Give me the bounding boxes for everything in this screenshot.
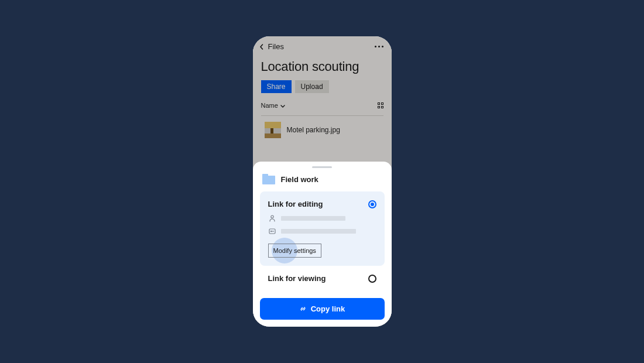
folder-icon (262, 174, 275, 184)
upload-button[interactable]: Upload (295, 80, 329, 93)
svg-point-0 (270, 215, 273, 218)
chevron-left-icon (259, 43, 265, 50)
share-sheet: Field work Link for editing (253, 162, 392, 327)
sheet-header: Field work (260, 174, 385, 191)
more-icon[interactable] (375, 46, 383, 47)
copy-link-label: Copy link (311, 304, 345, 313)
radio-unselected-icon (368, 275, 376, 283)
copy-link-button[interactable]: Copy link (260, 298, 385, 320)
link-icon (299, 305, 307, 313)
placeholder-line (281, 229, 356, 234)
sort-row: Name (253, 100, 392, 115)
action-row: Share Upload (253, 80, 392, 100)
svg-point-2 (270, 231, 272, 232)
file-row[interactable]: Motel parking.jpg (253, 116, 392, 138)
link-editing-title: Link for editing (268, 200, 323, 208)
sheet-folder-name: Field work (281, 175, 318, 184)
placeholder-line (281, 216, 345, 221)
chevron-down-icon (280, 100, 285, 111)
page-title: Location scouting (253, 54, 392, 80)
sheet-grabber[interactable] (312, 166, 332, 168)
share-button[interactable]: Share (261, 80, 292, 93)
back-label: Files (268, 42, 284, 51)
radio-selected-icon (368, 200, 376, 208)
file-name: Motel parking.jpg (287, 126, 340, 134)
modify-settings-button[interactable]: Modify settings (268, 244, 321, 258)
back-button[interactable]: Files (259, 42, 284, 51)
sort-label: Name (261, 102, 278, 109)
grid-view-icon[interactable] (378, 102, 383, 108)
link-viewing-title: Link for viewing (268, 274, 326, 283)
link-editing-details (268, 214, 376, 235)
sort-control[interactable]: Name (261, 100, 285, 111)
phone-frame: Files Location scouting Share Upload Nam… (253, 36, 392, 327)
link-viewing-option[interactable]: Link for viewing (260, 266, 385, 291)
nav-bar: Files (253, 36, 392, 54)
password-icon (268, 227, 276, 235)
person-icon (268, 214, 276, 222)
file-thumbnail (265, 122, 281, 138)
link-editing-option[interactable]: Link for editing (260, 191, 385, 266)
